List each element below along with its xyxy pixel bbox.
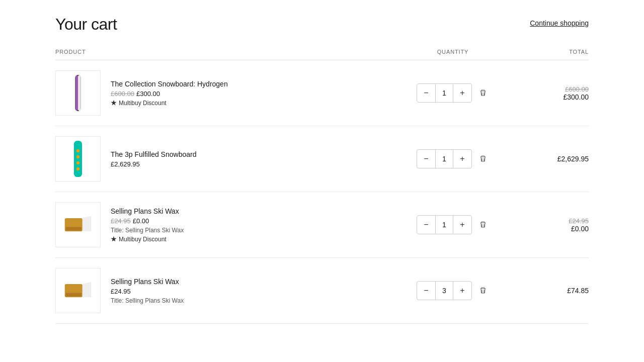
continue-shopping-link[interactable]: Continue shopping [530, 19, 589, 27]
svg-point-7 [76, 167, 79, 170]
product-col: The Collection Snowboard: Hydrogen £600.… [55, 70, 397, 116]
header-total: TOTAL [508, 49, 589, 55]
qty-decrease-button[interactable]: − [417, 282, 435, 300]
price: £2,629.95 [111, 160, 140, 168]
svg-rect-1 [75, 75, 78, 111]
product-variant: Title: Selling Plans Ski Wax [111, 297, 184, 304]
qty-decrease-button[interactable]: − [417, 150, 435, 168]
product-info: Selling Plans Ski Wax £24.95£0.00 Title:… [111, 207, 184, 243]
qty-increase-button[interactable]: + [453, 216, 471, 234]
discount-badge: Multibuy Discount [111, 236, 184, 243]
cart-table-header: PRODUCT QUANTITY TOTAL [55, 49, 589, 60]
page-header: Your cart Continue shopping [55, 15, 589, 34]
delete-item-button[interactable] [477, 87, 489, 99]
qty-increase-button[interactable]: + [453, 282, 471, 300]
cart-items-container: The Collection Snowboard: Hydrogen £600.… [55, 60, 589, 324]
product-info: The Collection Snowboard: Hydrogen £600.… [111, 80, 228, 107]
product-name: Selling Plans Ski Wax [111, 278, 184, 286]
qty-control: − 1 + [417, 149, 472, 168]
quantity-col: − 1 + [397, 215, 508, 234]
cart-item: Selling Plans Ski Wax £24.95 Title: Sell… [55, 258, 589, 324]
total-col: £2,629.95 [508, 155, 589, 163]
product-info: Selling Plans Ski Wax £24.95 Title: Sell… [111, 278, 184, 304]
svg-marker-13 [83, 282, 92, 298]
product-info: The 3p Fulfilled Snowboard £2,629.95 [111, 150, 196, 168]
svg-marker-10 [83, 216, 92, 232]
total-original: £24.95 [508, 217, 589, 225]
total-current: £2,629.95 [557, 155, 589, 163]
svg-point-5 [76, 155, 79, 158]
cart-item: The 3p Fulfilled Snowboard £2,629.95 − 1… [55, 126, 589, 192]
product-name: The 3p Fulfilled Snowboard [111, 150, 196, 158]
quantity-col: − 1 + [397, 83, 508, 103]
svg-point-6 [76, 161, 79, 164]
trash-icon [479, 155, 487, 163]
qty-increase-button[interactable]: + [453, 150, 471, 168]
price-original: £600.00 [111, 90, 134, 98]
product-image [55, 202, 101, 247]
qty-control: − 1 + [417, 215, 472, 234]
quantity-col: − 1 + [397, 149, 508, 168]
svg-point-4 [76, 149, 79, 152]
total-current: £74.85 [567, 287, 589, 295]
cart-item: The Collection Snowboard: Hydrogen £600.… [55, 60, 589, 126]
total-original: £600.00 [508, 85, 589, 93]
price-original: £24.95 [111, 217, 131, 225]
product-variant: Title: Selling Plans Ski Wax [111, 227, 184, 234]
product-col: Selling Plans Ski Wax £24.95£0.00 Title:… [55, 202, 397, 247]
product-name: Selling Plans Ski Wax [111, 207, 184, 215]
total-current: £300.00 [563, 93, 589, 101]
product-price-row: £24.95£0.00 [111, 217, 184, 225]
qty-value: 1 [435, 216, 453, 234]
product-price-row: £600.00£300.00 [111, 90, 228, 98]
trash-icon [479, 221, 487, 229]
discount-icon [111, 100, 117, 106]
product-image [55, 136, 101, 182]
delete-item-button[interactable] [477, 153, 489, 165]
total-current: £0.00 [571, 225, 589, 233]
total-col: £74.85 [508, 287, 589, 295]
product-image [55, 268, 101, 313]
discount-label: Multibuy Discount [119, 100, 167, 107]
svg-rect-9 [66, 227, 82, 230]
quantity-col: − 3 + [397, 281, 508, 300]
discount-icon [111, 236, 117, 242]
discount-label: Multibuy Discount [119, 236, 167, 243]
svg-rect-2 [78, 75, 81, 111]
total-col: £24.95£0.00 [508, 217, 589, 233]
page-title: Your cart [55, 15, 117, 34]
qty-control: − 1 + [417, 83, 472, 103]
price-sale: £0.00 [133, 217, 149, 225]
product-name: The Collection Snowboard: Hydrogen [111, 80, 228, 88]
qty-decrease-button[interactable]: − [417, 216, 435, 234]
header-quantity: QUANTITY [397, 49, 508, 55]
page-container: Your cart Continue shopping PRODUCT QUAN… [45, 0, 599, 339]
qty-value: 1 [435, 84, 453, 102]
product-image [55, 70, 101, 116]
trash-icon [479, 89, 487, 97]
delete-item-button[interactable] [477, 285, 489, 297]
product-price-row: £2,629.95 [111, 160, 196, 168]
header-product: PRODUCT [55, 49, 397, 55]
discount-badge: Multibuy Discount [111, 100, 228, 107]
svg-rect-12 [66, 293, 82, 296]
qty-decrease-button[interactable]: − [417, 84, 435, 102]
product-col: The 3p Fulfilled Snowboard £2,629.95 [55, 136, 397, 182]
trash-icon [479, 287, 487, 295]
product-price-row: £24.95 [111, 288, 184, 295]
delete-item-button[interactable] [477, 219, 489, 231]
total-col: £600.00£300.00 [508, 85, 589, 101]
svg-rect-3 [74, 141, 82, 177]
product-col: Selling Plans Ski Wax £24.95 Title: Sell… [55, 268, 397, 313]
qty-value: 1 [435, 150, 453, 168]
qty-value: 3 [435, 282, 453, 300]
cart-item: Selling Plans Ski Wax £24.95£0.00 Title:… [55, 192, 589, 258]
price: £24.95 [111, 288, 131, 295]
qty-increase-button[interactable]: + [453, 84, 471, 102]
price-sale: £300.00 [136, 90, 160, 98]
qty-control: − 3 + [417, 281, 472, 300]
